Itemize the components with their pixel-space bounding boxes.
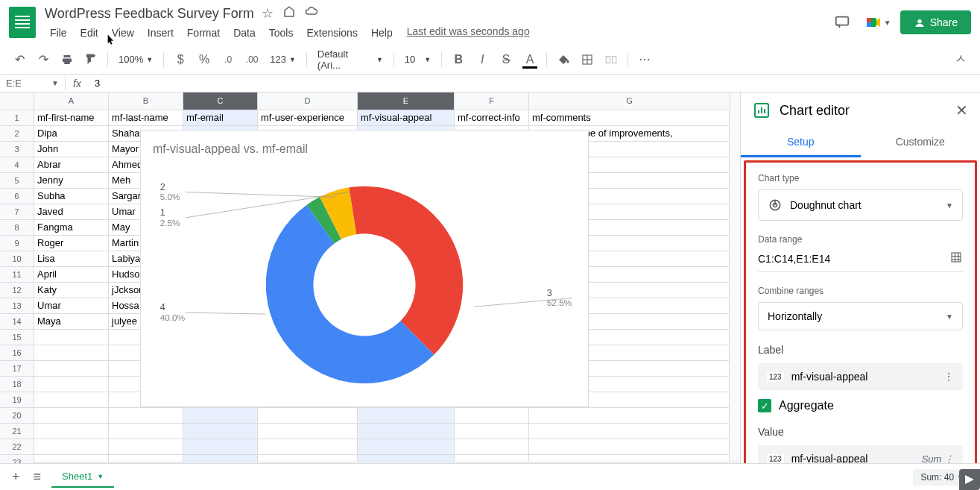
row-header[interactable]: 14 bbox=[0, 314, 34, 330]
zoom-dropdown[interactable]: 100% ▼ bbox=[114, 51, 157, 68]
row-header[interactable]: 21 bbox=[0, 424, 34, 439]
cell[interactable]: mf-email bbox=[183, 110, 258, 126]
more-toolbar-icon[interactable]: ⋯ bbox=[634, 49, 655, 70]
merge-cells-icon[interactable] bbox=[601, 49, 622, 70]
cell[interactable] bbox=[34, 408, 109, 424]
row-header[interactable]: 1 bbox=[0, 110, 34, 126]
formula-input[interactable] bbox=[89, 76, 980, 90]
redo-icon[interactable]: ↷ bbox=[33, 49, 54, 70]
cloud-save-icon[interactable] bbox=[305, 5, 318, 22]
label-chip[interactable]: 123 mf-visual-appeal ⋮ bbox=[758, 363, 963, 390]
share-button[interactable]: Share bbox=[900, 10, 971, 34]
bold-icon[interactable]: B bbox=[448, 49, 469, 70]
cell[interactable] bbox=[455, 439, 529, 455]
cell[interactable] bbox=[34, 439, 109, 455]
cell[interactable] bbox=[529, 408, 730, 424]
col-header-D[interactable]: D bbox=[258, 92, 358, 110]
cell[interactable] bbox=[455, 408, 529, 424]
cell[interactable]: mf-user-experience bbox=[258, 110, 358, 126]
row-header[interactable]: 11 bbox=[0, 267, 34, 283]
cell[interactable] bbox=[258, 439, 358, 455]
cell[interactable] bbox=[34, 424, 109, 439]
cell[interactable]: mf-first-name bbox=[34, 110, 109, 126]
cell[interactable]: mf-comments bbox=[529, 110, 730, 126]
row-header[interactable]: 19 bbox=[0, 392, 34, 408]
cell[interactable] bbox=[183, 408, 258, 424]
menu-insert[interactable]: Insert bbox=[142, 25, 179, 40]
aggregate-checkbox-row[interactable]: ✓ Aggregate bbox=[758, 399, 963, 412]
name-box[interactable]: E:E▼ bbox=[0, 76, 66, 90]
chart-type-select[interactable]: Doughnut chart ▼ bbox=[758, 189, 963, 221]
cell[interactable] bbox=[358, 439, 455, 455]
currency-icon[interactable]: $ bbox=[170, 49, 191, 70]
cell[interactable]: John bbox=[34, 142, 109, 157]
menu-edit[interactable]: Edit bbox=[75, 25, 104, 40]
explore-icon[interactable] bbox=[959, 469, 980, 490]
sheet-tab[interactable]: Sheet1 ▼ bbox=[51, 466, 114, 488]
chart-overlay[interactable]: mf-visual-appeal vs. mf-email 352.5%440.… bbox=[140, 130, 589, 407]
text-color-icon[interactable]: A bbox=[519, 49, 540, 70]
row-header[interactable]: 20 bbox=[0, 408, 34, 424]
row-header[interactable]: 9 bbox=[0, 236, 34, 251]
tab-customize[interactable]: Customize bbox=[861, 128, 981, 157]
cell[interactable] bbox=[183, 439, 258, 455]
col-header-F[interactable]: F bbox=[455, 92, 529, 110]
cell[interactable]: Subha bbox=[34, 189, 109, 204]
aggregate-checkbox[interactable]: ✓ bbox=[758, 399, 771, 412]
star-icon[interactable]: ☆ bbox=[262, 5, 274, 22]
cell[interactable] bbox=[183, 424, 258, 439]
row-header[interactable]: 6 bbox=[0, 189, 34, 204]
font-dropdown[interactable]: Default (Ari... ▼ bbox=[313, 45, 388, 74]
row-header[interactable]: 18 bbox=[0, 377, 34, 392]
row-header[interactable]: 4 bbox=[0, 157, 34, 173]
menu-format[interactable]: Format bbox=[182, 25, 225, 40]
row-header[interactable]: 22 bbox=[0, 439, 34, 455]
comments-icon[interactable] bbox=[829, 9, 856, 36]
last-edit-link[interactable]: Last edit was seconds ago bbox=[407, 25, 530, 40]
combine-ranges-select[interactable]: Horizontally ▼ bbox=[758, 302, 963, 330]
doc-title[interactable]: WordPress Feedback Survey Form bbox=[45, 6, 254, 22]
menu-file[interactable]: File bbox=[45, 25, 72, 40]
vertical-scrollbar[interactable] bbox=[729, 110, 740, 462]
add-sheet-icon[interactable]: + bbox=[9, 466, 23, 488]
menu-extensions[interactable]: Extensions bbox=[301, 25, 362, 40]
row-header[interactable]: 13 bbox=[0, 298, 34, 314]
cell[interactable]: Maya bbox=[34, 314, 109, 330]
cell[interactable]: mf-last-name bbox=[109, 110, 183, 126]
col-header-E[interactable]: E bbox=[358, 92, 455, 110]
tab-setup[interactable]: Setup bbox=[741, 128, 861, 157]
percent-icon[interactable]: % bbox=[194, 49, 215, 70]
cell[interactable]: Lisa bbox=[34, 251, 109, 267]
print-icon[interactable] bbox=[57, 49, 78, 70]
collapse-toolbar-icon[interactable]: ㅅ bbox=[950, 49, 971, 70]
select-all-corner[interactable] bbox=[0, 92, 34, 110]
cell[interactable] bbox=[109, 408, 183, 424]
cell[interactable] bbox=[258, 408, 358, 424]
cell[interactable]: Jenny bbox=[34, 173, 109, 189]
increase-decimal-icon[interactable]: .00 bbox=[241, 49, 262, 70]
cell[interactable] bbox=[34, 392, 109, 408]
cell[interactable] bbox=[34, 377, 109, 392]
grid-select-icon[interactable] bbox=[949, 251, 963, 267]
cell[interactable] bbox=[258, 424, 358, 439]
col-header-G[interactable]: G bbox=[529, 92, 730, 110]
chip-more-icon[interactable]: ⋮ bbox=[943, 371, 954, 383]
menu-tools[interactable]: Tools bbox=[264, 25, 299, 40]
row-header[interactable]: 17 bbox=[0, 361, 34, 377]
borders-icon[interactable] bbox=[577, 49, 598, 70]
col-header-B[interactable]: B bbox=[109, 92, 183, 110]
menu-help[interactable]: Help bbox=[366, 25, 398, 40]
meet-icon[interactable]: ▼ bbox=[864, 9, 891, 36]
cell[interactable]: Roger bbox=[34, 236, 109, 251]
cell[interactable]: Umar bbox=[34, 298, 109, 314]
row-header[interactable]: 8 bbox=[0, 220, 34, 236]
cell[interactable] bbox=[109, 439, 183, 455]
cell[interactable] bbox=[109, 424, 183, 439]
paint-format-icon[interactable] bbox=[80, 49, 101, 70]
more-formats-dropdown[interactable]: 123▼ bbox=[265, 51, 300, 68]
row-header[interactable]: 16 bbox=[0, 345, 34, 361]
row-header[interactable]: 10 bbox=[0, 251, 34, 267]
col-header-C[interactable]: C bbox=[183, 92, 258, 110]
cell[interactable]: mf-correct-info bbox=[455, 110, 529, 126]
col-header-A[interactable]: A bbox=[34, 92, 109, 110]
